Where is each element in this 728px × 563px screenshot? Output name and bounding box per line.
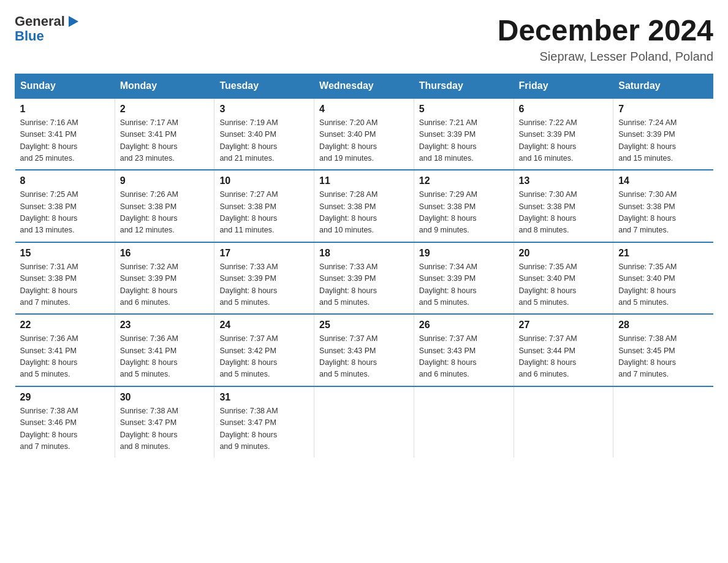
calendar-cell: 8 Sunrise: 7:25 AMSunset: 3:38 PMDayligh…	[15, 170, 115, 242]
calendar-cell: 31 Sunrise: 7:38 AMSunset: 3:47 PMDaylig…	[214, 386, 314, 458]
day-number: 22	[20, 320, 110, 331]
day-info: Sunrise: 7:35 AMSunset: 3:40 PMDaylight:…	[519, 262, 577, 307]
calendar-week-row: 15 Sunrise: 7:31 AMSunset: 3:38 PMDaylig…	[15, 242, 713, 315]
day-info: Sunrise: 7:29 AMSunset: 3:38 PMDaylight:…	[419, 190, 477, 234]
calendar-cell	[314, 386, 414, 458]
day-info: Sunrise: 7:38 AMSunset: 3:47 PMDaylight:…	[120, 407, 178, 451]
day-number: 1	[20, 104, 110, 115]
calendar-cell: 17 Sunrise: 7:33 AMSunset: 3:39 PMDaylig…	[214, 242, 314, 315]
calendar-cell: 23 Sunrise: 7:36 AMSunset: 3:41 PMDaylig…	[115, 314, 214, 386]
calendar-cell: 27 Sunrise: 7:37 AMSunset: 3:44 PMDaylig…	[514, 314, 613, 386]
svg-marker-0	[69, 16, 78, 27]
day-info: Sunrise: 7:28 AMSunset: 3:38 PMDaylight:…	[319, 190, 377, 234]
day-info: Sunrise: 7:38 AMSunset: 3:46 PMDaylight:…	[20, 407, 78, 451]
day-number: 9	[120, 175, 210, 186]
calendar-cell: 16 Sunrise: 7:32 AMSunset: 3:39 PMDaylig…	[115, 242, 214, 315]
day-number: 6	[519, 104, 609, 115]
day-number: 13	[519, 175, 609, 186]
weekday-header-sunday: Sunday	[15, 74, 115, 98]
calendar-cell: 10 Sunrise: 7:27 AMSunset: 3:38 PMDaylig…	[214, 170, 314, 242]
day-info: Sunrise: 7:31 AMSunset: 3:38 PMDaylight:…	[20, 262, 78, 307]
day-info: Sunrise: 7:17 AMSunset: 3:41 PMDaylight:…	[120, 118, 178, 163]
calendar-week-row: 8 Sunrise: 7:25 AMSunset: 3:38 PMDayligh…	[15, 170, 713, 242]
day-number: 7	[618, 104, 708, 115]
weekday-header-saturday: Saturday	[613, 74, 713, 98]
calendar-subtitle: Siepraw, Lesser Poland, Poland	[498, 50, 713, 64]
day-info: Sunrise: 7:35 AMSunset: 3:40 PMDaylight:…	[618, 262, 677, 307]
day-info: Sunrise: 7:16 AMSunset: 3:41 PMDaylight:…	[20, 118, 78, 163]
day-info: Sunrise: 7:32 AMSunset: 3:39 PMDaylight:…	[120, 262, 178, 307]
day-number: 25	[319, 320, 409, 331]
calendar-cell: 18 Sunrise: 7:33 AMSunset: 3:39 PMDaylig…	[314, 242, 414, 315]
day-number: 21	[618, 248, 708, 259]
calendar-cell: 3 Sunrise: 7:19 AMSunset: 3:40 PMDayligh…	[214, 98, 314, 170]
weekday-header-friday: Friday	[514, 74, 613, 98]
day-number: 29	[20, 392, 110, 403]
day-number: 28	[618, 320, 708, 331]
calendar-cell: 1 Sunrise: 7:16 AMSunset: 3:41 PMDayligh…	[15, 98, 115, 170]
day-info: Sunrise: 7:30 AMSunset: 3:38 PMDaylight:…	[618, 190, 677, 234]
logo-blue: Blue	[15, 28, 44, 44]
day-info: Sunrise: 7:20 AMSunset: 3:40 PMDaylight:…	[319, 118, 377, 163]
day-info: Sunrise: 7:34 AMSunset: 3:39 PMDaylight:…	[419, 262, 477, 307]
calendar-cell: 4 Sunrise: 7:20 AMSunset: 3:40 PMDayligh…	[314, 98, 414, 170]
day-number: 16	[120, 248, 210, 259]
calendar-title: December 2024	[498, 15, 713, 47]
day-info: Sunrise: 7:37 AMSunset: 3:42 PMDaylight:…	[219, 334, 278, 378]
calendar-cell: 26 Sunrise: 7:37 AMSunset: 3:43 PMDaylig…	[414, 314, 514, 386]
weekday-header-monday: Monday	[115, 74, 214, 98]
calendar-cell: 13 Sunrise: 7:30 AMSunset: 3:38 PMDaylig…	[514, 170, 613, 242]
weekday-header-wednesday: Wednesday	[314, 74, 414, 98]
calendar-cell: 15 Sunrise: 7:31 AMSunset: 3:38 PMDaylig…	[15, 242, 115, 315]
day-number: 20	[519, 248, 609, 259]
day-number: 26	[419, 320, 509, 331]
day-number: 14	[618, 175, 708, 186]
calendar-cell: 24 Sunrise: 7:37 AMSunset: 3:42 PMDaylig…	[214, 314, 314, 386]
day-number: 12	[419, 175, 509, 186]
day-number: 18	[319, 248, 409, 259]
day-number: 31	[219, 392, 309, 403]
day-info: Sunrise: 7:36 AMSunset: 3:41 PMDaylight:…	[120, 334, 178, 378]
day-info: Sunrise: 7:25 AMSunset: 3:38 PMDaylight:…	[20, 190, 78, 234]
day-info: Sunrise: 7:19 AMSunset: 3:40 PMDaylight:…	[219, 118, 278, 163]
logo-triangle-icon	[66, 15, 80, 28]
day-number: 8	[20, 175, 110, 186]
day-number: 24	[219, 320, 309, 331]
calendar-cell: 22 Sunrise: 7:36 AMSunset: 3:41 PMDaylig…	[15, 314, 115, 386]
day-number: 10	[219, 175, 309, 186]
weekday-header-thursday: Thursday	[414, 74, 514, 98]
calendar-cell	[613, 386, 713, 458]
calendar-cell	[514, 386, 613, 458]
day-info: Sunrise: 7:26 AMSunset: 3:38 PMDaylight:…	[120, 190, 178, 234]
calendar-cell: 5 Sunrise: 7:21 AMSunset: 3:39 PMDayligh…	[414, 98, 514, 170]
day-number: 19	[419, 248, 509, 259]
calendar-cell: 25 Sunrise: 7:37 AMSunset: 3:43 PMDaylig…	[314, 314, 414, 386]
calendar-cell: 6 Sunrise: 7:22 AMSunset: 3:39 PMDayligh…	[514, 98, 613, 170]
calendar-cell	[414, 386, 514, 458]
calendar-week-row: 22 Sunrise: 7:36 AMSunset: 3:41 PMDaylig…	[15, 314, 713, 386]
day-info: Sunrise: 7:36 AMSunset: 3:41 PMDaylight:…	[20, 334, 78, 378]
day-info: Sunrise: 7:22 AMSunset: 3:39 PMDaylight:…	[519, 118, 577, 163]
calendar-week-row: 29 Sunrise: 7:38 AMSunset: 3:46 PMDaylig…	[15, 386, 713, 458]
day-info: Sunrise: 7:33 AMSunset: 3:39 PMDaylight:…	[219, 262, 278, 307]
calendar-cell: 20 Sunrise: 7:35 AMSunset: 3:40 PMDaylig…	[514, 242, 613, 315]
weekday-header-tuesday: Tuesday	[214, 74, 314, 98]
day-info: Sunrise: 7:38 AMSunset: 3:45 PMDaylight:…	[618, 334, 677, 378]
calendar-cell: 21 Sunrise: 7:35 AMSunset: 3:40 PMDaylig…	[613, 242, 713, 315]
logo-general: General	[15, 15, 65, 28]
day-info: Sunrise: 7:21 AMSunset: 3:39 PMDaylight:…	[419, 118, 477, 163]
day-info: Sunrise: 7:27 AMSunset: 3:38 PMDaylight:…	[219, 190, 278, 234]
calendar-cell: 7 Sunrise: 7:24 AMSunset: 3:39 PMDayligh…	[613, 98, 713, 170]
calendar-week-row: 1 Sunrise: 7:16 AMSunset: 3:41 PMDayligh…	[15, 98, 713, 170]
logo: General Blue	[15, 15, 80, 44]
day-info: Sunrise: 7:37 AMSunset: 3:44 PMDaylight:…	[519, 334, 577, 378]
calendar-cell: 2 Sunrise: 7:17 AMSunset: 3:41 PMDayligh…	[115, 98, 214, 170]
day-number: 5	[419, 104, 509, 115]
page-header: General Blue December 2024 Siepraw, Less…	[15, 15, 713, 64]
calendar-cell: 30 Sunrise: 7:38 AMSunset: 3:47 PMDaylig…	[115, 386, 214, 458]
day-number: 2	[120, 104, 210, 115]
day-info: Sunrise: 7:33 AMSunset: 3:39 PMDaylight:…	[319, 262, 377, 307]
calendar-cell: 9 Sunrise: 7:26 AMSunset: 3:38 PMDayligh…	[115, 170, 214, 242]
day-number: 4	[319, 104, 409, 115]
day-number: 11	[319, 175, 409, 186]
